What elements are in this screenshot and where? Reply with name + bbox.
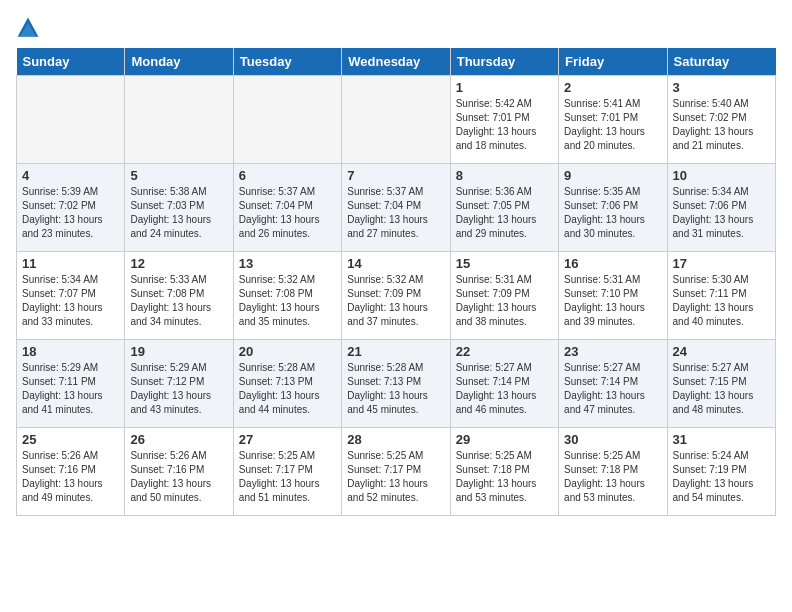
day-info: Sunrise: 5:28 AMSunset: 7:13 PMDaylight:… xyxy=(347,361,444,417)
day-info: Sunrise: 5:41 AMSunset: 7:01 PMDaylight:… xyxy=(564,97,661,153)
day-info: Sunrise: 5:33 AMSunset: 7:08 PMDaylight:… xyxy=(130,273,227,329)
calendar-cell: 1Sunrise: 5:42 AMSunset: 7:01 PMDaylight… xyxy=(450,76,558,164)
calendar-cell: 7Sunrise: 5:37 AMSunset: 7:04 PMDaylight… xyxy=(342,164,450,252)
day-number: 27 xyxy=(239,432,336,447)
header-wednesday: Wednesday xyxy=(342,48,450,76)
calendar-cell: 20Sunrise: 5:28 AMSunset: 7:13 PMDayligh… xyxy=(233,340,341,428)
week-row-1: 1Sunrise: 5:42 AMSunset: 7:01 PMDaylight… xyxy=(17,76,776,164)
day-number: 2 xyxy=(564,80,661,95)
calendar-cell: 9Sunrise: 5:35 AMSunset: 7:06 PMDaylight… xyxy=(559,164,667,252)
day-number: 13 xyxy=(239,256,336,271)
day-info: Sunrise: 5:29 AMSunset: 7:11 PMDaylight:… xyxy=(22,361,119,417)
day-number: 16 xyxy=(564,256,661,271)
day-info: Sunrise: 5:24 AMSunset: 7:19 PMDaylight:… xyxy=(673,449,770,505)
day-info: Sunrise: 5:27 AMSunset: 7:15 PMDaylight:… xyxy=(673,361,770,417)
day-info: Sunrise: 5:26 AMSunset: 7:16 PMDaylight:… xyxy=(130,449,227,505)
calendar-cell: 29Sunrise: 5:25 AMSunset: 7:18 PMDayligh… xyxy=(450,428,558,516)
day-info: Sunrise: 5:42 AMSunset: 7:01 PMDaylight:… xyxy=(456,97,553,153)
calendar-cell: 8Sunrise: 5:36 AMSunset: 7:05 PMDaylight… xyxy=(450,164,558,252)
header-sunday: Sunday xyxy=(17,48,125,76)
calendar-cell: 25Sunrise: 5:26 AMSunset: 7:16 PMDayligh… xyxy=(17,428,125,516)
day-number: 31 xyxy=(673,432,770,447)
day-number: 15 xyxy=(456,256,553,271)
calendar-cell: 13Sunrise: 5:32 AMSunset: 7:08 PMDayligh… xyxy=(233,252,341,340)
header-tuesday: Tuesday xyxy=(233,48,341,76)
day-info: Sunrise: 5:27 AMSunset: 7:14 PMDaylight:… xyxy=(456,361,553,417)
day-info: Sunrise: 5:34 AMSunset: 7:06 PMDaylight:… xyxy=(673,185,770,241)
day-number: 30 xyxy=(564,432,661,447)
day-number: 1 xyxy=(456,80,553,95)
day-info: Sunrise: 5:32 AMSunset: 7:08 PMDaylight:… xyxy=(239,273,336,329)
calendar-cell: 15Sunrise: 5:31 AMSunset: 7:09 PMDayligh… xyxy=(450,252,558,340)
day-number: 18 xyxy=(22,344,119,359)
calendar-cell: 11Sunrise: 5:34 AMSunset: 7:07 PMDayligh… xyxy=(17,252,125,340)
day-info: Sunrise: 5:27 AMSunset: 7:14 PMDaylight:… xyxy=(564,361,661,417)
calendar-cell: 5Sunrise: 5:38 AMSunset: 7:03 PMDaylight… xyxy=(125,164,233,252)
calendar-cell: 21Sunrise: 5:28 AMSunset: 7:13 PMDayligh… xyxy=(342,340,450,428)
day-info: Sunrise: 5:38 AMSunset: 7:03 PMDaylight:… xyxy=(130,185,227,241)
calendar-cell: 27Sunrise: 5:25 AMSunset: 7:17 PMDayligh… xyxy=(233,428,341,516)
calendar-cell: 10Sunrise: 5:34 AMSunset: 7:06 PMDayligh… xyxy=(667,164,775,252)
day-number: 10 xyxy=(673,168,770,183)
calendar-cell: 26Sunrise: 5:26 AMSunset: 7:16 PMDayligh… xyxy=(125,428,233,516)
day-number: 26 xyxy=(130,432,227,447)
week-row-3: 11Sunrise: 5:34 AMSunset: 7:07 PMDayligh… xyxy=(17,252,776,340)
day-number: 25 xyxy=(22,432,119,447)
calendar-cell xyxy=(17,76,125,164)
day-number: 23 xyxy=(564,344,661,359)
day-info: Sunrise: 5:28 AMSunset: 7:13 PMDaylight:… xyxy=(239,361,336,417)
day-number: 5 xyxy=(130,168,227,183)
day-info: Sunrise: 5:29 AMSunset: 7:12 PMDaylight:… xyxy=(130,361,227,417)
calendar-cell: 17Sunrise: 5:30 AMSunset: 7:11 PMDayligh… xyxy=(667,252,775,340)
day-number: 6 xyxy=(239,168,336,183)
logo-icon xyxy=(16,16,40,40)
day-number: 28 xyxy=(347,432,444,447)
header-thursday: Thursday xyxy=(450,48,558,76)
calendar-cell: 3Sunrise: 5:40 AMSunset: 7:02 PMDaylight… xyxy=(667,76,775,164)
day-info: Sunrise: 5:30 AMSunset: 7:11 PMDaylight:… xyxy=(673,273,770,329)
day-number: 4 xyxy=(22,168,119,183)
calendar-cell: 19Sunrise: 5:29 AMSunset: 7:12 PMDayligh… xyxy=(125,340,233,428)
calendar-cell: 24Sunrise: 5:27 AMSunset: 7:15 PMDayligh… xyxy=(667,340,775,428)
day-number: 14 xyxy=(347,256,444,271)
logo xyxy=(16,16,44,40)
calendar-cell xyxy=(125,76,233,164)
calendar-cell xyxy=(342,76,450,164)
calendar-cell: 4Sunrise: 5:39 AMSunset: 7:02 PMDaylight… xyxy=(17,164,125,252)
day-info: Sunrise: 5:35 AMSunset: 7:06 PMDaylight:… xyxy=(564,185,661,241)
day-number: 24 xyxy=(673,344,770,359)
calendar-cell: 18Sunrise: 5:29 AMSunset: 7:11 PMDayligh… xyxy=(17,340,125,428)
day-number: 8 xyxy=(456,168,553,183)
calendar-cell: 31Sunrise: 5:24 AMSunset: 7:19 PMDayligh… xyxy=(667,428,775,516)
day-info: Sunrise: 5:34 AMSunset: 7:07 PMDaylight:… xyxy=(22,273,119,329)
day-number: 11 xyxy=(22,256,119,271)
calendar-cell: 16Sunrise: 5:31 AMSunset: 7:10 PMDayligh… xyxy=(559,252,667,340)
day-info: Sunrise: 5:37 AMSunset: 7:04 PMDaylight:… xyxy=(239,185,336,241)
day-info: Sunrise: 5:37 AMSunset: 7:04 PMDaylight:… xyxy=(347,185,444,241)
day-info: Sunrise: 5:36 AMSunset: 7:05 PMDaylight:… xyxy=(456,185,553,241)
day-number: 17 xyxy=(673,256,770,271)
week-row-5: 25Sunrise: 5:26 AMSunset: 7:16 PMDayligh… xyxy=(17,428,776,516)
day-info: Sunrise: 5:31 AMSunset: 7:10 PMDaylight:… xyxy=(564,273,661,329)
calendar-cell: 6Sunrise: 5:37 AMSunset: 7:04 PMDaylight… xyxy=(233,164,341,252)
day-info: Sunrise: 5:26 AMSunset: 7:16 PMDaylight:… xyxy=(22,449,119,505)
calendar-cell: 14Sunrise: 5:32 AMSunset: 7:09 PMDayligh… xyxy=(342,252,450,340)
day-number: 12 xyxy=(130,256,227,271)
week-row-2: 4Sunrise: 5:39 AMSunset: 7:02 PMDaylight… xyxy=(17,164,776,252)
day-number: 21 xyxy=(347,344,444,359)
calendar-cell xyxy=(233,76,341,164)
day-info: Sunrise: 5:39 AMSunset: 7:02 PMDaylight:… xyxy=(22,185,119,241)
week-row-4: 18Sunrise: 5:29 AMSunset: 7:11 PMDayligh… xyxy=(17,340,776,428)
day-info: Sunrise: 5:25 AMSunset: 7:17 PMDaylight:… xyxy=(347,449,444,505)
calendar-header-row: SundayMondayTuesdayWednesdayThursdayFrid… xyxy=(17,48,776,76)
day-number: 19 xyxy=(130,344,227,359)
day-number: 22 xyxy=(456,344,553,359)
day-info: Sunrise: 5:25 AMSunset: 7:18 PMDaylight:… xyxy=(456,449,553,505)
calendar-cell: 23Sunrise: 5:27 AMSunset: 7:14 PMDayligh… xyxy=(559,340,667,428)
header-friday: Friday xyxy=(559,48,667,76)
calendar-cell: 12Sunrise: 5:33 AMSunset: 7:08 PMDayligh… xyxy=(125,252,233,340)
day-number: 3 xyxy=(673,80,770,95)
header-saturday: Saturday xyxy=(667,48,775,76)
header-monday: Monday xyxy=(125,48,233,76)
day-info: Sunrise: 5:32 AMSunset: 7:09 PMDaylight:… xyxy=(347,273,444,329)
